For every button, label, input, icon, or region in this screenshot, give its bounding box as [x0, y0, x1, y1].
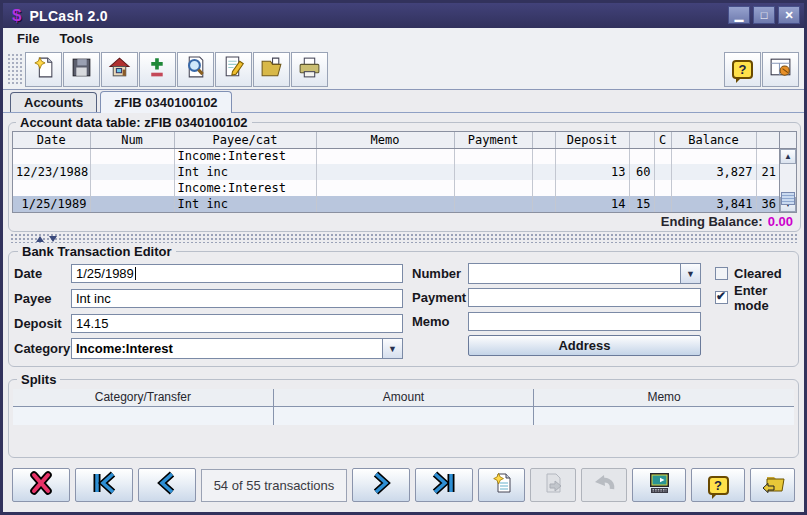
accounts-window-icon [768, 55, 793, 84]
column-deposit-cents[interactable] [629, 132, 654, 148]
window-title: PLCash 2.0 [29, 8, 107, 24]
splits-column-amount[interactable]: Amount [273, 389, 533, 406]
toolbar-drag-handle[interactable] [7, 53, 22, 86]
payee-field[interactable]: Int inc [71, 289, 403, 308]
new-file-button[interactable] [25, 52, 62, 87]
ending-balance: Ending Balance:0.00 [12, 213, 797, 230]
cell-payment [454, 180, 532, 196]
cell-memo [316, 164, 454, 180]
deposit-label: Deposit [14, 316, 71, 331]
save-button[interactable] [63, 52, 100, 87]
cell-num [90, 196, 174, 212]
next-transaction-button[interactable] [352, 468, 410, 502]
search-button[interactable] [177, 52, 214, 87]
cell-cleared [654, 196, 671, 212]
column-balance-cents[interactable] [756, 132, 779, 148]
terminal-button[interactable] [632, 468, 686, 502]
scrollbar-thumb[interactable] [781, 192, 795, 205]
first-transaction-button[interactable] [75, 468, 133, 502]
column-date[interactable]: Date [13, 132, 90, 148]
splits-row[interactable] [13, 406, 794, 425]
date-field[interactable]: 1/25/1989 [71, 264, 403, 283]
accounts-window-button[interactable] [762, 52, 799, 87]
column-payment[interactable]: Payment [454, 132, 532, 148]
close-button[interactable]: ✕ [778, 6, 800, 24]
splits-column-category[interactable]: Category/Transfer [13, 389, 273, 406]
collapse-down-icon[interactable] [49, 236, 57, 242]
tab-bar: Accounts zFIB 0340100102 [3, 90, 804, 113]
tab-register[interactable]: zFIB 0340100102 [100, 91, 231, 113]
new-transaction-button[interactable] [478, 468, 525, 502]
help-button[interactable]: ? [724, 52, 761, 87]
previous-transaction-button[interactable] [138, 468, 196, 502]
column-payment-cents[interactable] [532, 132, 555, 148]
chevron-down-icon[interactable]: ▼ [382, 339, 402, 358]
category-combobox[interactable]: Income:Interest ▼ [71, 338, 403, 359]
add-remove-button[interactable] [139, 52, 176, 87]
column-num[interactable]: Num [90, 132, 174, 148]
cell-balance-cents: 21 [756, 164, 779, 180]
column-balance[interactable]: Balance [671, 132, 756, 148]
payee-label: Payee [14, 291, 71, 306]
enter-mode-checkbox-group[interactable]: Enter mode [715, 283, 793, 313]
transaction-editor-panel: Bank Transaction Editor Date 1/25/1989 P… [8, 244, 799, 367]
help-nav-button[interactable]: ? [691, 468, 745, 502]
splits-column-memo[interactable]: Memo [534, 389, 794, 406]
table-row[interactable]: Income:Interest [13, 148, 779, 164]
cell-cleared [654, 148, 671, 164]
cell-payment [454, 148, 532, 164]
last-transaction-button[interactable] [415, 468, 473, 502]
transaction-editor-title: Bank Transaction Editor [18, 244, 176, 259]
open-folder-icon [259, 55, 284, 84]
exit-folder-icon [759, 471, 787, 499]
title-bar[interactable]: $ PLCash 2.0 ▁ □ ✕ [3, 3, 804, 28]
print-button[interactable] [291, 52, 328, 87]
deposit-field[interactable]: 14.15 [71, 314, 403, 333]
number-combobox[interactable]: ▼ [468, 263, 701, 284]
menu-tools[interactable]: Tools [51, 30, 101, 47]
column-deposit[interactable]: Deposit [555, 132, 629, 148]
table-row-selected[interactable]: 1/25/1989 Int inc 14 15 3,841 36 [13, 196, 779, 212]
undo-icon [590, 471, 618, 499]
ending-balance-label: Ending Balance: [661, 214, 763, 229]
collapse-up-icon[interactable] [36, 236, 44, 242]
open-file-button[interactable] [253, 52, 290, 87]
home-button[interactable] [101, 52, 138, 87]
cell-deposit: 13 [555, 164, 629, 180]
commit-transaction-button[interactable] [530, 468, 576, 502]
undo-button[interactable] [581, 468, 627, 502]
chevron-down-icon[interactable]: ▼ [680, 264, 700, 283]
main-content: Account data table: zFIB 0340100102 Date… [3, 113, 804, 512]
edit-button[interactable] [215, 52, 252, 87]
cleared-checkbox[interactable] [715, 267, 728, 280]
maximize-button[interactable]: □ [753, 6, 775, 24]
cell-payment-cents [532, 196, 555, 212]
table-row[interactable]: 12/23/1988 Int inc 13 60 3,827 21 [13, 164, 779, 180]
table-row[interactable]: Income:Interest [13, 180, 779, 196]
menu-file[interactable]: File [9, 30, 47, 47]
text-caret [135, 267, 136, 280]
column-cleared[interactable]: C [654, 132, 671, 148]
scroll-up-icon[interactable]: ▲ [780, 149, 796, 164]
enter-mode-checkbox[interactable] [715, 291, 728, 304]
cell-balance [671, 180, 756, 196]
vertical-scrollbar[interactable]: ▲ ▼ [779, 132, 796, 212]
save-icon [69, 55, 94, 84]
address-button[interactable]: Address [468, 335, 701, 356]
column-payee[interactable]: Payee/cat [174, 132, 316, 148]
minimize-button[interactable]: ▁ [728, 6, 750, 24]
tab-accounts[interactable]: Accounts [10, 92, 97, 113]
cell-payment [454, 164, 532, 180]
memo-label: Memo [412, 314, 468, 329]
scrollbar-track[interactable] [780, 164, 796, 197]
memo-field[interactable] [468, 312, 701, 331]
cell-date: 12/23/1988 [13, 164, 90, 180]
print-icon [297, 55, 322, 84]
delete-transaction-button[interactable] [12, 468, 70, 502]
column-memo[interactable]: Memo [316, 132, 454, 148]
payment-field[interactable] [468, 288, 701, 307]
split-divider[interactable] [10, 234, 797, 243]
exit-button[interactable] [750, 468, 795, 502]
cleared-checkbox-group[interactable]: Cleared [715, 266, 782, 281]
cell-memo [316, 196, 454, 212]
